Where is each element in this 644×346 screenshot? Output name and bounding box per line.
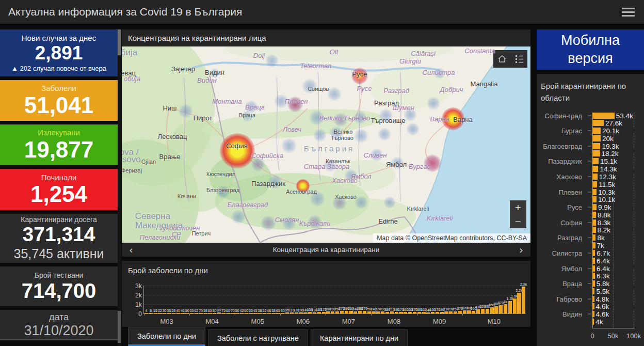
region-bar[interactable] [592,303,594,309]
daily-bar[interactable] [167,313,171,313]
daily-bar[interactable] [163,313,166,313]
daily-bar[interactable] [367,311,371,314]
daily-bar[interactable] [303,312,307,314]
region-bar[interactable] [592,174,598,180]
daily-bar[interactable] [340,311,344,313]
daily-bar[interactable] [467,310,471,314]
daily-bar[interactable] [449,311,453,313]
region-bar[interactable] [592,158,599,164]
daily-bar[interactable] [345,311,348,313]
daily-bar[interactable] [158,313,162,313]
region-bar[interactable] [592,234,595,241]
daily-bar[interactable] [195,313,198,313]
region-bar[interactable] [592,212,596,218]
region-bar[interactable] [592,204,597,210]
daily-bar[interactable] [517,293,521,313]
daily-bar[interactable] [481,309,485,313]
daily-bar[interactable] [353,311,357,313]
scrollbar-thumb[interactable] [118,29,121,55]
daily-bar[interactable] [494,306,498,313]
region-bar[interactable] [592,181,597,187]
region-bar[interactable] [592,219,596,226]
region-bar[interactable] [592,258,595,264]
daily-bar[interactable] [331,311,334,313]
daily-bar[interactable] [295,312,298,313]
daily-bar[interactable] [281,313,284,313]
daily-bar[interactable] [235,313,239,313]
daily-bar[interactable] [499,305,503,313]
daily-bar[interactable] [181,313,184,313]
daily-bar[interactable] [349,311,352,313]
daily-bar[interactable] [267,313,271,313]
daily-bar[interactable] [258,313,262,313]
daily-bar[interactable] [245,313,248,313]
daily-bar[interactable] [276,313,280,313]
mobile-version-button[interactable]: Мобилна версия [537,29,644,70]
daily-bar[interactable] [185,313,189,313]
daily-bar[interactable] [404,312,407,313]
daily-bar[interactable] [436,312,439,313]
daily-bar[interactable] [385,312,389,313]
daily-bar[interactable] [408,312,412,313]
daily-bar[interactable] [444,311,448,313]
daily-bar[interactable] [222,313,226,313]
region-bar[interactable] [592,150,600,156]
daily-bar[interactable] [213,313,216,313]
region-bar[interactable] [592,128,601,134]
daily-bar[interactable] [149,313,153,313]
region-bar[interactable] [592,113,615,119]
region-bar[interactable] [592,288,594,294]
daily-bar[interactable] [199,313,203,313]
daily-bar[interactable] [363,311,366,313]
hamburger-menu-icon[interactable] [621,4,636,21]
daily-bar[interactable] [308,312,312,313]
daily-bar[interactable] [372,311,375,313]
daily-bar[interactable] [285,312,289,313]
daily-bar[interactable] [217,312,221,313]
chevron-left-icon[interactable]: ‹ [129,245,133,255]
daily-bar[interactable] [335,311,339,314]
daily-bar[interactable] [227,313,230,313]
daily-bar[interactable] [504,304,507,313]
daily-bar[interactable] [253,313,257,313]
daily-bar[interactable] [476,309,480,313]
daily-bar[interactable] [399,312,403,313]
daily-bar[interactable] [317,312,321,313]
daily-bar[interactable] [454,311,457,314]
scrollbar-thumb[interactable] [118,311,121,343]
daily-bar[interactable] [240,313,244,313]
daily-bar[interactable] [190,313,194,313]
daily-bar[interactable] [395,312,398,313]
region-bar[interactable] [592,120,604,126]
daily-bar[interactable] [458,311,462,313]
tab-2[interactable]: Заболели с натрупване [208,329,308,346]
daily-bar[interactable] [431,312,434,313]
region-bar[interactable] [592,196,597,202]
daily-bar[interactable] [413,312,416,313]
region-bar[interactable] [592,242,595,248]
region-bar[interactable] [592,280,595,287]
region-bar[interactable] [592,135,601,141]
daily-bar[interactable] [263,313,266,313]
region-bar[interactable] [592,166,598,172]
sidebar-scrollbar[interactable] [118,29,121,346]
daily-bar[interactable] [172,313,175,313]
daily-bar[interactable] [417,312,421,313]
legend-icon[interactable] [514,54,524,64]
daily-bar[interactable] [422,312,425,313]
tab-1[interactable]: Заболели по дни [128,327,205,346]
daily-bar[interactable] [154,313,157,313]
daily-bar[interactable] [313,312,316,313]
region-bar[interactable] [592,273,595,279]
daily-bar[interactable] [208,313,212,313]
chevron-right-icon[interactable]: › [519,245,523,255]
daily-bar[interactable] [272,313,276,313]
daily-bar[interactable] [290,312,294,313]
region-bar[interactable] [592,319,594,325]
daily-bar[interactable] [472,311,475,313]
region-bar[interactable] [592,296,594,302]
daily-bar[interactable] [463,310,466,313]
daily-bar[interactable] [440,312,444,313]
daily-bar[interactable] [326,311,330,313]
tab-3[interactable]: Карантинирани по дни [311,329,408,346]
